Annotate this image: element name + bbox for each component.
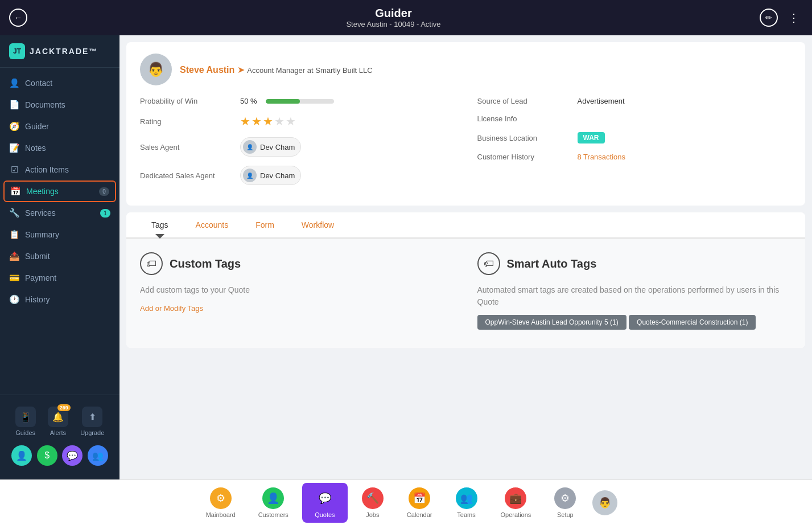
sidebar-item-label: Services bbox=[25, 208, 56, 218]
user-icon-team[interactable]: 👥 bbox=[88, 445, 108, 466]
payment-icon: 💳 bbox=[9, 273, 19, 283]
more-button[interactable]: ⋮ bbox=[785, 9, 803, 27]
notes-icon: 📝 bbox=[9, 143, 19, 153]
top-header: ← Guider Steve Austin - 10049 - Active ✏… bbox=[0, 0, 812, 35]
bottom-nav-setup[interactable]: ⚙ Setup bbox=[542, 483, 588, 523]
user-icon-chat[interactable]: 💬 bbox=[62, 445, 83, 466]
dedicated-agent-avatar: 👤 bbox=[243, 169, 257, 182]
profile-info: Steve Austin ➤ Account Manager at Smartl… bbox=[180, 64, 373, 75]
tags-content: 🏷 Custom Tags Add custom tags to your Qu… bbox=[126, 239, 805, 348]
bottom-nav-jobs[interactable]: 🔨 Jobs bbox=[350, 483, 395, 523]
smart-tag-chip-2[interactable]: Quotes-Commercial Construction (1) bbox=[629, 315, 756, 330]
source-value: Advertisement bbox=[578, 97, 625, 105]
tab-accounts[interactable]: Accounts bbox=[182, 212, 242, 239]
tab-form[interactable]: Form bbox=[242, 212, 288, 239]
location-label: Business Location bbox=[477, 134, 568, 142]
sidebar-item-label: Payment bbox=[25, 273, 56, 282]
bottom-nav-operations[interactable]: 💼 Operations bbox=[489, 483, 543, 523]
bottom-nav-customers[interactable]: 👤 Customers bbox=[247, 483, 300, 523]
guider-icon: 🧭 bbox=[9, 121, 19, 132]
sidebar-actions: 📱 Guides 🔔 269 Alerts ⬆ Upgrade bbox=[0, 402, 119, 441]
sidebar-item-label: Guider bbox=[25, 122, 49, 131]
smart-tags-desc: Automated smart tags are created based o… bbox=[477, 284, 792, 308]
alerts-icon: 🔔 269 bbox=[48, 407, 68, 427]
jobs-label: Jobs bbox=[366, 511, 379, 518]
back-button[interactable]: ← bbox=[9, 9, 27, 27]
license-row: License Info bbox=[477, 114, 792, 123]
history-icon: 🕐 bbox=[9, 294, 19, 305]
sales-agent-name: Dev Cham bbox=[260, 143, 295, 151]
sidebar-item-contact[interactable]: 👤 Contact bbox=[0, 72, 119, 94]
edit-button[interactable]: ✏ bbox=[760, 9, 778, 27]
tab-tags[interactable]: Tags bbox=[138, 212, 182, 239]
bottom-nav-teams[interactable]: 👥 Teams bbox=[444, 483, 489, 523]
setup-icon: ⚙ bbox=[554, 487, 576, 509]
sidebar-item-documents[interactable]: 📄 Documents bbox=[0, 94, 119, 116]
dedicated-agent-chip[interactable]: 👤 Dev Cham bbox=[240, 166, 301, 185]
history-row: Customer History 8 Transactions bbox=[477, 153, 792, 161]
user-icon-profile[interactable]: 👤 bbox=[11, 445, 32, 466]
tab-workflow[interactable]: Workflow bbox=[288, 212, 348, 239]
smart-tags-title: Smart Auto Tags bbox=[507, 257, 597, 270]
custom-tags-title: Custom Tags bbox=[170, 257, 241, 270]
smart-tags-header: 🏷 Smart Auto Tags bbox=[477, 252, 792, 275]
star-2: ★ bbox=[252, 114, 262, 128]
history-value[interactable]: 8 Transactions bbox=[578, 153, 626, 161]
guides-button[interactable]: 📱 Guides bbox=[15, 407, 36, 436]
add-modify-tags-link[interactable]: Add or Modify Tags bbox=[140, 304, 203, 313]
header-left: ← bbox=[9, 9, 27, 27]
sidebar-bottom: 📱 Guides 🔔 269 Alerts ⬆ Upgrade 👤 $ 💬 bbox=[0, 395, 119, 479]
alerts-button[interactable]: 🔔 269 Alerts bbox=[48, 407, 68, 436]
rating-row: Rating ★ ★ ★ ★ ★ bbox=[140, 114, 455, 128]
page-title: Guider bbox=[27, 7, 760, 20]
sidebar-item-submit[interactable]: 📤 Submit bbox=[0, 245, 119, 267]
mainboard-label: Mainboard bbox=[206, 511, 236, 518]
services-badge: 1 bbox=[100, 209, 110, 218]
star-3: ★ bbox=[263, 114, 273, 128]
upgrade-button[interactable]: ⬆ Upgrade bbox=[80, 407, 104, 436]
agent-avatar: 👤 bbox=[243, 140, 257, 154]
sidebar-item-payment[interactable]: 💳 Payment bbox=[0, 267, 119, 289]
bottom-nav-quotes[interactable]: 💬 Quotes bbox=[302, 483, 348, 523]
sidebar-item-summary[interactable]: 📋 Summary bbox=[0, 224, 119, 245]
sidebar-item-label: Contact bbox=[25, 79, 52, 88]
rating-label: Rating bbox=[140, 117, 231, 126]
probability-row: Probability of Win 50 % bbox=[140, 97, 455, 105]
submit-icon: 📤 bbox=[9, 251, 19, 261]
tab-tags-label: Tags bbox=[151, 220, 168, 229]
logo: JT JACKTRADE™ bbox=[0, 35, 119, 68]
sidebar-item-services[interactable]: 🔧 Services 1 bbox=[0, 202, 119, 224]
sidebar-item-action-items[interactable]: ☑ Action Items bbox=[0, 159, 119, 181]
profile-name[interactable]: Steve Austin bbox=[180, 65, 234, 75]
smart-tags-icon: 🏷 bbox=[477, 252, 500, 275]
customers-icon: 👤 bbox=[262, 487, 284, 509]
upgrade-label: Upgrade bbox=[80, 429, 104, 436]
operations-label: Operations bbox=[501, 511, 531, 518]
user-icon-dollar[interactable]: $ bbox=[37, 445, 57, 466]
alerts-badge: 269 bbox=[57, 404, 71, 411]
main-layout: JT JACKTRADE™ 👤 Contact 📄 Documents 🧭 Gu… bbox=[0, 35, 812, 479]
location-tag: WAR bbox=[578, 132, 605, 143]
bottom-nav-mainboard[interactable]: ⚙ Mainboard bbox=[195, 483, 247, 523]
sidebar-item-guider[interactable]: 🧭 Guider bbox=[0, 116, 119, 137]
upgrade-icon: ⬆ bbox=[82, 407, 102, 427]
logo-icon: JT bbox=[9, 43, 25, 59]
dedicated-agent-row: Dedicated Sales Agent 👤 Dev Cham bbox=[140, 166, 455, 185]
profile-avatar[interactable]: 👨 bbox=[592, 490, 617, 515]
source-label: Source of Lead bbox=[477, 97, 568, 105]
license-label: License Info bbox=[477, 114, 568, 123]
sidebar: JT JACKTRADE™ 👤 Contact 📄 Documents 🧭 Gu… bbox=[0, 35, 119, 479]
custom-tags-desc: Add custom tags to your Quote bbox=[140, 284, 455, 296]
logo-text: JACKTRADE™ bbox=[30, 47, 98, 56]
sidebar-item-meetings[interactable]: 📅 Meetings 0 bbox=[3, 181, 116, 202]
sidebar-navigation: 👤 Contact 📄 Documents 🧭 Guider 📝 Notes ☑… bbox=[0, 68, 119, 395]
star-5: ★ bbox=[286, 114, 296, 128]
sales-agent-chip[interactable]: 👤 Dev Cham bbox=[240, 137, 301, 157]
teams-icon: 👥 bbox=[456, 487, 477, 509]
sidebar-item-history[interactable]: 🕐 History bbox=[0, 289, 119, 310]
sidebar-item-notes[interactable]: 📝 Notes bbox=[0, 137, 119, 159]
smart-tag-chip-1[interactable]: OppWin-Steve Austin Lead Opporunity 5 (1… bbox=[477, 315, 626, 330]
role-text: Account Manager bbox=[247, 66, 305, 75]
bottom-nav-calendar[interactable]: 📅 Calendar bbox=[395, 483, 444, 523]
probability-label: Probability of Win bbox=[140, 97, 231, 105]
